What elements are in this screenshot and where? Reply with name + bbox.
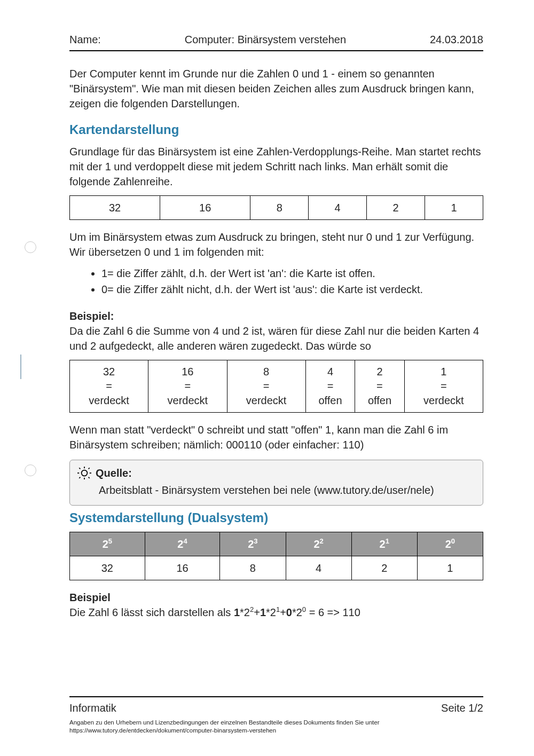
list-item: 0= die Ziffer zählt nicht, d.h. der Wert… bbox=[101, 282, 483, 297]
paragraph: Um im Binärsystem etwas zum Ausdruck zu … bbox=[69, 230, 483, 259]
example-text: Da die Zahl 6 die Summe von 4 und 2 ist,… bbox=[69, 325, 479, 352]
example-formula: Die Zahl 6 lässt sich darstellen als 1*2… bbox=[69, 605, 483, 620]
svg-line-6 bbox=[89, 468, 90, 469]
power-table: 25 24 23 22 21 20 32 16 8 4 2 1 bbox=[69, 532, 483, 580]
table-cell: 8=verdeckt bbox=[227, 360, 305, 412]
table-header: 22 bbox=[286, 532, 351, 556]
svg-line-8 bbox=[89, 477, 90, 478]
footer-subject: Informatik bbox=[69, 700, 116, 715]
paragraph: Wenn man statt "verdeckt" 0 schreibt und… bbox=[69, 422, 483, 452]
table-cell: 32 bbox=[70, 556, 145, 580]
table-cell: 1=verdeckt bbox=[404, 360, 483, 412]
example-label: Beispiel: bbox=[69, 310, 114, 322]
doubling-table: 32 16 8 4 2 1 bbox=[69, 195, 483, 220]
table-cell: 16 bbox=[145, 556, 220, 580]
table-header: 20 bbox=[417, 532, 483, 556]
section-heading-1: Kartendarstellung bbox=[69, 121, 483, 139]
table-cell: 32 bbox=[70, 195, 160, 219]
table-header: 24 bbox=[145, 532, 220, 556]
callout-title: Quelle: bbox=[96, 466, 132, 481]
intro-paragraph: Der Computer kennt im Grunde nur die Zah… bbox=[69, 66, 483, 111]
table-header: 23 bbox=[220, 532, 286, 556]
state-table: 32=verdeckt 16=verdeckt 8=verdeckt 4=off… bbox=[69, 360, 483, 413]
document-date: 24.03.2018 bbox=[430, 32, 483, 47]
table-cell: 8 bbox=[220, 556, 286, 580]
document-title: Computer: Binärsystem verstehen bbox=[185, 32, 346, 47]
hole-punch-icon bbox=[25, 464, 36, 476]
table-cell: 4 bbox=[309, 195, 367, 219]
footer-page: Seite 1/2 bbox=[441, 700, 483, 715]
name-label: Name: bbox=[69, 32, 101, 47]
table-header: 21 bbox=[351, 532, 417, 556]
list-item: 1= die Ziffer zählt, d.h. der Wert ist '… bbox=[101, 266, 483, 281]
paragraph: Grundlage für das Binärsystem ist eine Z… bbox=[69, 144, 483, 189]
document-footer: Informatik Seite 1/2 Angaben zu den Urhe… bbox=[69, 696, 483, 735]
lightbulb-icon bbox=[77, 466, 91, 480]
footer-attribution: Angaben zu den Urhebern und Lizenzbeding… bbox=[69, 719, 483, 735]
source-callout: Quelle: Arbeitsblatt - Binärsystem verst… bbox=[69, 460, 483, 506]
table-cell: 4=offen bbox=[305, 360, 355, 412]
table-cell: 1 bbox=[425, 195, 483, 219]
table-cell: 16 bbox=[160, 195, 250, 219]
svg-point-0 bbox=[82, 470, 88, 476]
example-block-2: Beispiel Die Zahl 6 lässt sich darstelle… bbox=[69, 590, 483, 620]
table-cell: 2 bbox=[367, 195, 425, 219]
svg-line-5 bbox=[79, 468, 80, 469]
example-label: Beispiel bbox=[69, 590, 483, 605]
table-cell: 1 bbox=[417, 556, 483, 580]
svg-line-7 bbox=[79, 477, 80, 478]
table-cell: 8 bbox=[250, 195, 309, 219]
table-cell: 2 bbox=[351, 556, 417, 580]
section-heading-2: Systemdarstellung (Dualsystem) bbox=[69, 509, 483, 527]
table-cell: 16=verdeckt bbox=[148, 360, 227, 412]
example-block: Beispiel: Da die Zahl 6 die Summe von 4 … bbox=[69, 309, 483, 353]
bullet-list: 1= die Ziffer zählt, d.h. der Wert ist '… bbox=[101, 266, 483, 297]
document-header: Name: Computer: Binärsystem verstehen 24… bbox=[69, 32, 483, 51]
table-cell: 2=offen bbox=[355, 360, 404, 412]
table-cell: 32=verdeckt bbox=[70, 360, 148, 412]
table-header: 25 bbox=[70, 532, 145, 556]
table-cell: 4 bbox=[286, 556, 351, 580]
hole-punch-icon bbox=[25, 241, 36, 253]
fold-mark bbox=[20, 355, 21, 379]
callout-body: Arbeitsblatt - Binärsystem verstehen bei… bbox=[77, 483, 475, 498]
